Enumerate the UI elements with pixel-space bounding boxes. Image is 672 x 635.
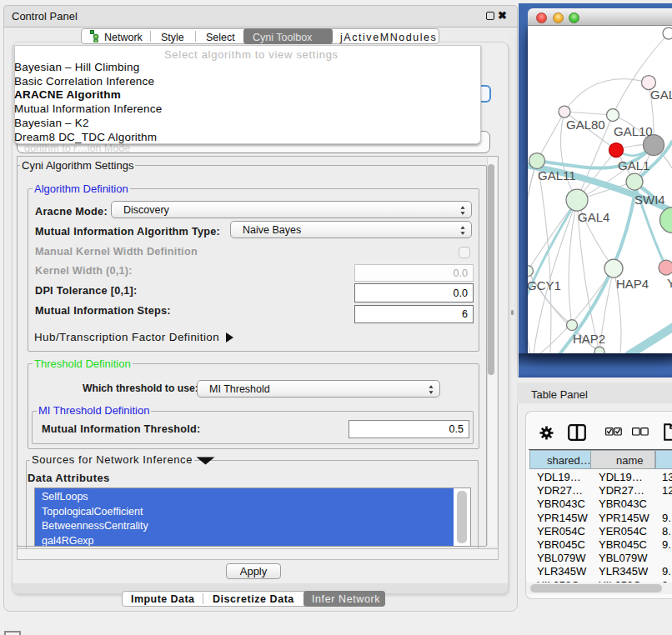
svg-text:GCY1: GCY1 bbox=[528, 278, 561, 292]
svg-text:GAL4: GAL4 bbox=[578, 210, 609, 224]
svg-text:Y: Y bbox=[667, 276, 672, 290]
svg-text:HAP4: HAP4 bbox=[616, 277, 649, 291]
svg-text:GAL: GAL bbox=[650, 88, 672, 102]
svg-text:GAL10: GAL10 bbox=[614, 124, 653, 138]
svg-text:GAL11: GAL11 bbox=[538, 168, 576, 182]
svg-text:SWI4: SWI4 bbox=[634, 192, 665, 207]
svg-text:HAP2: HAP2 bbox=[573, 332, 605, 346]
svg-text:GAL1: GAL1 bbox=[618, 158, 649, 172]
svg-text:GAL80: GAL80 bbox=[566, 118, 605, 132]
